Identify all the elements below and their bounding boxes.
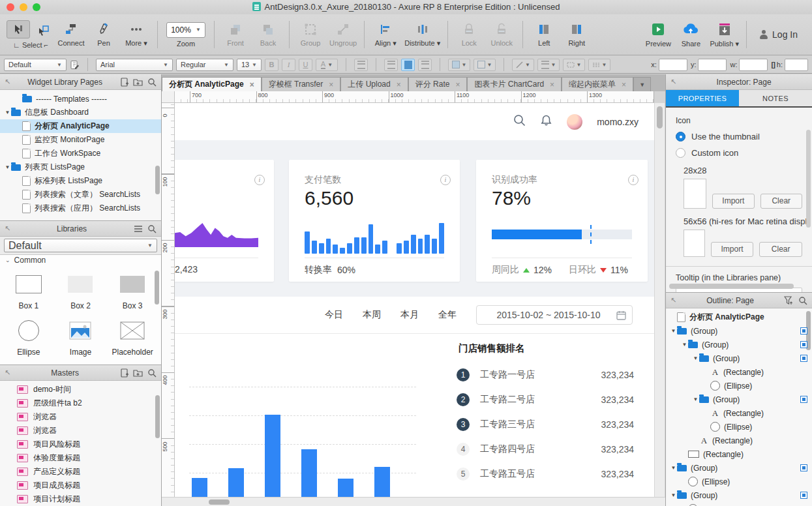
library-widget-box-3[interactable]: Box 3 <box>106 273 158 310</box>
canvas-tab[interactable]: 穿梭框 Transfer× <box>262 77 341 91</box>
date-filter-option[interactable]: 本周 <box>363 309 381 321</box>
info-icon[interactable]: i <box>254 175 265 185</box>
unlock-button[interactable]: Unlock <box>485 17 518 52</box>
icon-28-thumbnail[interactable] <box>684 179 706 209</box>
payments-card[interactable]: 支付笔数 i 6,560 转换率 60% <box>289 160 460 282</box>
close-tab-icon[interactable]: × <box>622 80 626 89</box>
search-icon[interactable] <box>513 114 526 129</box>
import-28-button[interactable]: Import <box>712 194 754 209</box>
add-folder-icon[interactable] <box>133 77 143 87</box>
search-outline-icon[interactable] <box>798 295 807 305</box>
zoom-select[interactable]: 100%▼ <box>166 22 205 38</box>
pages-scrollbar-thumb[interactable] <box>155 166 160 194</box>
ranking-row[interactable]: 5工专路五号店323,234 <box>457 465 634 483</box>
search-pages-icon[interactable] <box>147 77 157 87</box>
page-tree-item[interactable]: 分析页 AnalyticPage <box>0 119 161 133</box>
font-weight-select[interactable]: Regular▼ <box>176 59 233 71</box>
search-libraries-icon[interactable] <box>147 224 157 233</box>
page-tree-item[interactable]: ▼信息板 Dashboard <box>0 106 161 119</box>
group-marker-icon[interactable] <box>800 341 807 348</box>
ungroup-button[interactable]: Ungroup <box>327 17 359 52</box>
shadow-button[interactable]: ▼ <box>474 59 496 71</box>
align-center-button[interactable] <box>401 59 415 71</box>
master-item[interactable]: 层级组件ta b2 <box>0 396 161 410</box>
outline-tree-item[interactable]: ▼(Group) <box>666 351 812 365</box>
h-input[interactable] <box>785 59 808 71</box>
back-button[interactable]: Back <box>252 17 284 52</box>
group-button[interactable]: Group <box>294 17 327 52</box>
masters-scrollbar-thumb[interactable] <box>155 395 160 438</box>
ranking-row[interactable]: 3工专路三号店323,234 <box>457 415 634 434</box>
libraries-menu-icon[interactable] <box>133 224 143 233</box>
inspector-hscrollbar-thumb[interactable] <box>669 284 794 289</box>
outline-tree-item[interactable]: ▼(Group) <box>666 461 812 475</box>
clear-56-button[interactable]: Clear <box>759 242 802 257</box>
use-thumbnail-radio[interactable]: Use the thumbnail <box>676 132 802 141</box>
libraries-scrollbar-thumb[interactable] <box>155 271 159 305</box>
icon-56-thumbnail[interactable] <box>684 230 705 257</box>
outline-tree-item[interactable]: ▼(Group) <box>666 488 812 502</box>
left-panel-toggle-button[interactable]: Left <box>528 17 560 52</box>
line-width-button[interactable]: ▼ <box>537 59 560 71</box>
master-item[interactable]: 体验度量标题 <box>0 451 161 465</box>
page-tree-item[interactable]: 列表搜索（应用） SearchLists <box>0 201 161 215</box>
outline-tree-item[interactable]: ▼(Group) <box>666 393 812 406</box>
collapse-panel-icon[interactable]: ↖ <box>5 368 10 377</box>
distribute-button[interactable]: Distribute ▾ <box>402 17 443 52</box>
master-item[interactable]: 项目成员标题 <box>0 479 161 492</box>
font-family-select[interactable]: Arial▼ <box>96 59 173 71</box>
info-icon[interactable]: i <box>440 175 451 185</box>
master-item[interactable]: 项目风险标题 <box>0 438 161 451</box>
filter-icon[interactable] <box>784 295 794 305</box>
collapse-panel-icon[interactable]: ↖ <box>5 78 10 86</box>
date-filter-option[interactable]: 全年 <box>438 309 457 321</box>
border-style-button[interactable]: ▼ <box>563 59 585 71</box>
close-tab-icon[interactable]: × <box>397 80 401 89</box>
date-filter-option[interactable]: 本月 <box>400 309 419 321</box>
group-marker-icon[interactable] <box>800 464 807 471</box>
master-item[interactable]: 项目计划标题 <box>0 492 161 506</box>
total-sales-card[interactable]: i 2,423 <box>175 160 274 282</box>
close-tab-icon[interactable]: × <box>250 80 254 89</box>
collapse-panel-icon[interactable]: ↖ <box>670 296 676 305</box>
line-color-button[interactable]: ▼ <box>512 59 534 71</box>
collapse-panel-icon[interactable]: ↖ <box>670 78 676 86</box>
expand-arrow-icon[interactable]: ▼ <box>692 355 699 361</box>
canvas-horizontal-scrollbar[interactable] <box>162 497 665 506</box>
info-icon[interactable]: i <box>628 175 639 185</box>
add-master-icon[interactable] <box>119 368 129 378</box>
outline-tree-item[interactable]: A(Rectangle) <box>666 406 812 420</box>
outline-tree-item[interactable]: ▼(Group) <box>666 338 812 351</box>
tab-properties[interactable]: PROPERTIES <box>666 90 739 106</box>
align-right-button[interactable] <box>418 59 432 71</box>
ranking-row[interactable]: 4工专路四号店323,234 <box>457 440 634 458</box>
group-marker-icon[interactable] <box>800 396 807 403</box>
bullet-list-button[interactable] <box>354 59 368 71</box>
library-widget-placeholder[interactable]: Placeholder <box>106 320 158 357</box>
zoom-window-button[interactable] <box>33 3 40 11</box>
outline-tree-item[interactable]: (Ellipse) <box>666 420 812 434</box>
inspector-vscrollbar-thumb[interactable] <box>806 130 811 228</box>
font-size-select[interactable]: 13▼ <box>237 59 262 71</box>
canvas-tab[interactable]: 图表卡片 ChartCard× <box>467 77 562 91</box>
expand-arrow-icon[interactable]: ▼ <box>670 492 677 498</box>
group-marker-icon[interactable] <box>800 327 807 335</box>
underline-button[interactable]: U <box>299 59 312 71</box>
canvas-tab[interactable]: 评分 Rate× <box>408 77 468 91</box>
style-preset-select[interactable]: Default▼ <box>4 59 67 71</box>
close-tab-icon[interactable]: × <box>550 80 554 89</box>
outline-tree-item[interactable]: 分析页 AnalyticPage <box>666 310 812 324</box>
arrow-style-button[interactable]: ▼ <box>588 59 610 71</box>
tab-notes[interactable]: NOTES <box>739 90 812 106</box>
w-input[interactable] <box>739 59 768 71</box>
canvas-vertical-scrollbar[interactable] <box>654 103 665 497</box>
align-left-button[interactable] <box>384 59 398 71</box>
master-item[interactable]: demo-时间 <box>0 383 161 396</box>
library-widget-image[interactable]: Image <box>55 320 107 357</box>
close-tab-icon[interactable]: × <box>329 80 333 89</box>
date-filter-option[interactable]: 今日 <box>325 309 343 321</box>
master-item[interactable]: 产品定义标题 <box>0 465 161 479</box>
library-widget-box-2[interactable]: Box 2 <box>55 273 107 310</box>
ranking-row[interactable]: 1工专路一号店323,234 <box>457 366 634 384</box>
outline-tree-item[interactable]: (Ellipse) <box>666 379 812 393</box>
